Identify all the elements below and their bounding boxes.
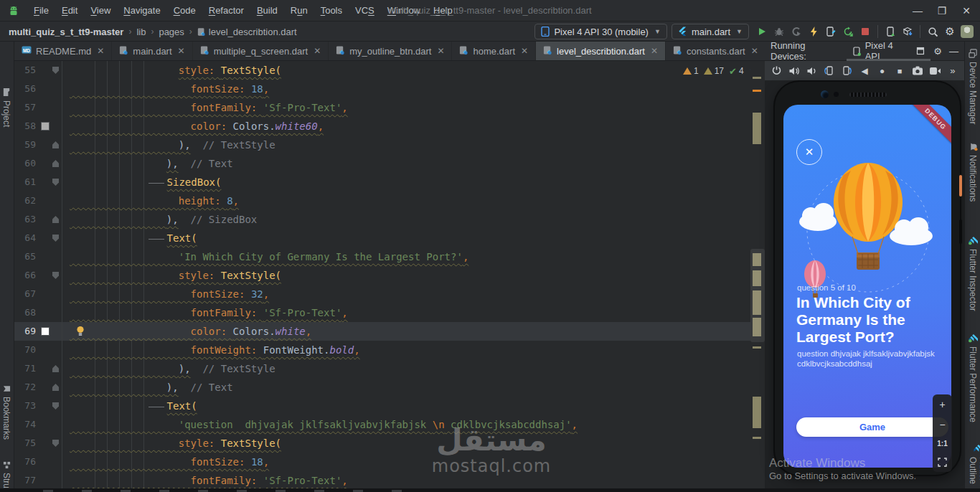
code-text[interactable]: ), // SizedBox [62, 210, 765, 229]
editor-line-69[interactable]: 69 color: Colors.white, [14, 322, 765, 341]
editor-line-56[interactable]: 56 fontSize: 18, [14, 80, 765, 98]
code-text[interactable]: 'In Which City of Germany Is the Largest… [62, 247, 765, 266]
editor-line-63[interactable]: 63 ), // SizedBox [14, 210, 765, 229]
code-text[interactable]: fontSize: 18, [62, 80, 765, 98]
code-text[interactable]: Text( [62, 229, 765, 247]
fold-marker[interactable] [52, 402, 59, 410]
zoom-in-button[interactable]: + [939, 399, 945, 410]
tab-main-dart[interactable]: main.dart✕ [112, 42, 192, 60]
code-text[interactable]: color: Colors.white60, [62, 117, 765, 136]
tool-window-flutter-inspector[interactable]: Flutter Inspector [968, 235, 978, 311]
panel-settings-icon[interactable]: ⚙ [933, 46, 942, 57]
app-screen[interactable]: DEBUG ✕ [783, 105, 951, 468]
close-tab-icon[interactable]: ✕ [437, 46, 444, 56]
screenshot-icon[interactable] [910, 64, 925, 78]
color-swatch[interactable] [41, 327, 50, 336]
breadcrumb-item[interactable]: pages [159, 27, 184, 37]
menu-file[interactable]: File [27, 0, 55, 22]
code-text[interactable]: ), // Text [62, 378, 765, 397]
line-number[interactable]: 62 [14, 191, 40, 210]
hot-restart-icon[interactable] [839, 24, 857, 39]
settings-icon[interactable]: ⚙ [941, 24, 958, 39]
menu-navigate[interactable]: Navigate [117, 0, 166, 22]
volume-up-icon[interactable] [787, 64, 802, 78]
line-number[interactable]: 66 [14, 266, 40, 285]
device-selector[interactable]: Pixel 4 API 30 (mobile) ▼ [534, 24, 666, 39]
run-icon[interactable] [753, 24, 771, 39]
code-editor[interactable]: 55 style: TextStyle(56 fontSize: 18,57 f… [14, 61, 765, 488]
more-icon[interactable]: » [945, 64, 960, 78]
code-text[interactable]: height: 8, [62, 191, 765, 210]
line-number[interactable]: 74 [14, 415, 40, 434]
fold-marker[interactable] [52, 216, 59, 223]
sidebar-item-project[interactable]: Project [1, 87, 11, 127]
code-text[interactable]: fontSize: 32, [62, 285, 765, 303]
breadcrumb-item[interactable]: multi_quiz_s_t_tt9-master [9, 27, 123, 37]
code-text[interactable]: fontWeight: FontWeight.bold, [62, 341, 765, 359]
code-text[interactable]: Text( [62, 397, 765, 415]
menu-build[interactable]: Build [250, 0, 284, 22]
close-tab-icon[interactable]: ✕ [521, 46, 528, 56]
fit-screen-button[interactable] [938, 458, 947, 467]
code-text[interactable]: fontSize: 18, [62, 453, 765, 471]
fold-marker[interactable] [52, 272, 59, 279]
code-text[interactable]: fontFamily: 'Sf-Pro-Text', [62, 98, 765, 117]
breadcrumb-item[interactable]: lib [136, 27, 146, 37]
windows-taskbar[interactable] [0, 488, 980, 492]
actual-size-button[interactable]: 1:1 [937, 440, 947, 448]
close-tab-icon[interactable]: ✕ [751, 46, 758, 56]
color-swatch[interactable] [41, 122, 50, 131]
fold-marker[interactable] [52, 67, 59, 74]
editor-line-65[interactable]: 65 'In Which City of Germany Is the Larg… [14, 247, 765, 266]
code-text[interactable]: ), // TextStyle [62, 359, 765, 378]
editor-line-64[interactable]: 64 Text( [14, 229, 765, 247]
code-text[interactable]: style: TextStyle( [62, 266, 765, 285]
home-icon[interactable]: ● [875, 64, 890, 78]
game-button[interactable]: Game [796, 417, 948, 437]
tab-multiple_q_screen-dart[interactable]: multiple_q_screen.dart✕ [193, 42, 329, 60]
code-text[interactable]: style: TextStyle( [62, 434, 765, 453]
editor-line-61[interactable]: 61 SizedBox( [14, 173, 765, 191]
close-tab-icon[interactable]: ✕ [651, 46, 658, 56]
line-number[interactable]: 68 [14, 303, 40, 322]
maximize-icon[interactable]: ❐ [930, 0, 954, 22]
editor-line-77[interactable]: 77 fontFamily: 'Sf-Pro-Text', [14, 471, 765, 488]
device-manager-icon[interactable] [882, 24, 899, 39]
fold-marker[interactable] [52, 384, 59, 391]
editor-line-70[interactable]: 70 fontWeight: FontWeight.bold, [14, 341, 765, 359]
line-number[interactable]: 72 [14, 378, 40, 397]
tool-window-device-manager[interactable]: Device Manager [968, 49, 978, 124]
line-number[interactable]: 56 [14, 80, 40, 98]
power-icon[interactable] [769, 64, 784, 78]
code-text[interactable]: fontFamily: 'Sf-Pro-Text', [62, 303, 765, 322]
line-number[interactable]: 55 [14, 61, 40, 80]
close-icon[interactable]: ✕ [954, 0, 979, 22]
stop-icon[interactable] [857, 24, 874, 39]
menu-run[interactable]: Run [284, 0, 314, 22]
menu-vcs[interactable]: VCS [349, 0, 381, 22]
line-number[interactable]: 64 [14, 229, 40, 247]
rotate-left-icon[interactable] [822, 64, 837, 78]
code-text[interactable]: SizedBox( [62, 173, 765, 191]
editor-line-74[interactable]: 74 'question dhjvajak jklfsakljvabvjkfab… [14, 415, 765, 434]
code-text[interactable]: 'question dhjvajak jklfsakljvabvjkfabjsk… [62, 415, 765, 434]
code-text[interactable]: fontFamily: 'Sf-Pro-Text', [62, 471, 765, 488]
line-number[interactable]: 70 [14, 341, 40, 359]
line-number[interactable]: 75 [14, 434, 40, 453]
editor-line-73[interactable]: 73 Text( [14, 397, 765, 415]
editor-line-55[interactable]: 55 style: TextStyle( [14, 61, 765, 80]
close-tab-icon[interactable]: ✕ [314, 46, 321, 56]
line-number[interactable]: 69 [14, 322, 40, 341]
editor-line-59[interactable]: 59 ), // TextStyle [14, 136, 765, 154]
editor-line-67[interactable]: 67 fontSize: 32, [14, 285, 765, 303]
code-text[interactable]: ), // Text [62, 154, 765, 173]
tab-my_outline_btn-dart[interactable]: my_outline_btn.dart✕ [329, 42, 452, 60]
sidebar-item-structure[interactable]: Structure [1, 461, 11, 492]
fold-marker[interactable] [52, 235, 59, 242]
close-tab-icon[interactable]: ✕ [178, 46, 185, 56]
attach-debugger-icon[interactable] [822, 24, 839, 39]
tab-level_describtion-dart[interactable]: level_describtion.dart✕ [536, 42, 666, 60]
editor-line-76[interactable]: 76 fontSize: 18, [14, 453, 765, 471]
menu-tools[interactable]: Tools [314, 0, 349, 22]
fold-marker[interactable] [52, 141, 59, 148]
